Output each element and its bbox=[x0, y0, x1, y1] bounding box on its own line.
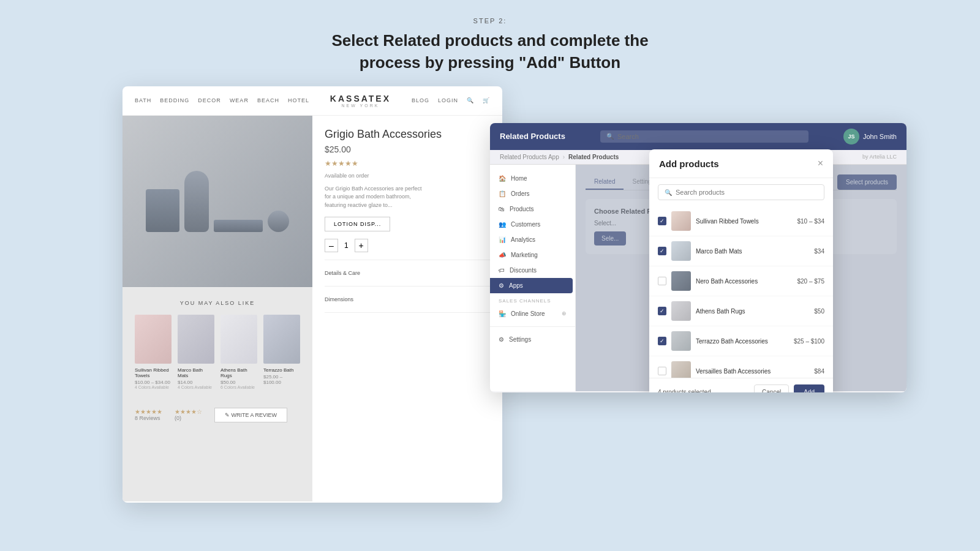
sidebar-item-orders[interactable]: 📋 Orders bbox=[490, 186, 575, 201]
sidebar-item-marketing[interactable]: 📣 Marketing bbox=[490, 247, 575, 263]
nav-bath[interactable]: BATH bbox=[135, 97, 151, 103]
product-name-terrazzo: Terrazzo Bath Accessories bbox=[696, 338, 783, 345]
selected-count: 4 products selected bbox=[658, 389, 711, 392]
cart-icon[interactable]: 🛒 bbox=[483, 97, 490, 103]
sidebar-item-settings[interactable]: ⚙ Settings bbox=[490, 332, 575, 347]
products-row: Sullivan Ribbed Towels $10.00 – $34.00 4… bbox=[135, 315, 300, 389]
nav-wear[interactable]: WEAR bbox=[230, 97, 249, 103]
sidebar-item-analytics[interactable]: 📊 Analytics bbox=[490, 232, 575, 247]
product-colors-2: 4 Colors Available bbox=[178, 385, 214, 389]
admin-user-name: John Smith bbox=[863, 133, 897, 140]
checkbox-4[interactable] bbox=[658, 307, 666, 315]
kassatex-bottom: YOU MAY ALSO LIKE Sullivan Ribbed Towels… bbox=[123, 287, 312, 402]
nav-hotel[interactable]: HOTEL bbox=[288, 97, 309, 103]
product-card-1: Sullivan Ribbed Towels $10.00 – $34.00 4… bbox=[135, 315, 172, 389]
qty-plus-button[interactable]: + bbox=[355, 239, 368, 252]
details-care-link[interactable]: Details & Care bbox=[325, 266, 490, 280]
qty-minus-button[interactable]: – bbox=[325, 239, 338, 252]
product-thumb-versailles bbox=[671, 361, 691, 378]
divider-1 bbox=[325, 260, 490, 260]
breadcrumb-app[interactable]: Related Products App bbox=[500, 154, 559, 160]
modal-product-item-4[interactable]: Athens Bath Rugs $50 bbox=[649, 296, 833, 326]
sidebar-item-discounts[interactable]: 🏷 Discounts bbox=[490, 263, 575, 278]
product-name-versailles: Versailles Bath Accessories bbox=[696, 368, 783, 375]
checkbox-6[interactable] bbox=[658, 367, 666, 375]
admin-search-input[interactable] bbox=[617, 133, 802, 140]
modal-header: Add products × bbox=[649, 149, 833, 178]
product-thumb-4 bbox=[263, 315, 300, 364]
modal-product-item-1[interactable]: Sullivan Ribbed Towels $10 – $34 bbox=[649, 206, 833, 236]
kassatex-nav-right: BLOG LOGIN 🔍 🛒 bbox=[412, 97, 490, 103]
sidebar-label-apps: Apps bbox=[509, 282, 523, 289]
modal-search-input[interactable] bbox=[676, 189, 818, 196]
cancel-button[interactable]: Cancel bbox=[754, 384, 789, 392]
modal-close-button[interactable]: × bbox=[818, 158, 823, 169]
nav-beach[interactable]: BEACH bbox=[257, 97, 279, 103]
product-name: Grigio Bath Accessories bbox=[325, 128, 490, 141]
nav-decor[interactable]: DECOR bbox=[198, 97, 221, 103]
checkbox-1[interactable] bbox=[658, 217, 666, 225]
modal-product-item-3[interactable]: Nero Bath Accessories $20 – $75 bbox=[649, 266, 833, 296]
product-name-3: Athens Bath Rugs bbox=[221, 367, 257, 378]
sidebar-item-home[interactable]: 🏠 Home bbox=[490, 171, 575, 186]
product-description: Our Grigio Bath Accessories are perfectf… bbox=[325, 185, 490, 210]
search-icon[interactable]: 🔍 bbox=[467, 97, 474, 103]
modal-product-item-5[interactable]: Terrazzo Bath Accessories $25 – $100 bbox=[649, 326, 833, 356]
nav-bedding[interactable]: BEDDING bbox=[160, 97, 189, 103]
product-name-1: Sullivan Ribbed Towels bbox=[135, 367, 172, 378]
add-button[interactable]: Add bbox=[794, 384, 824, 392]
product-thumb-2 bbox=[178, 315, 214, 364]
modal-search[interactable]: 🔍 bbox=[658, 184, 824, 200]
product-stars: ★★★★★ bbox=[325, 159, 490, 168]
by-label: by Artelia LLC bbox=[862, 154, 897, 160]
product-price-terrazzo: $25 – $100 bbox=[788, 338, 824, 345]
product-name-sullivan: Sullivan Ribbed Towels bbox=[696, 218, 783, 225]
product-available: Available on order bbox=[325, 173, 490, 179]
modal-product-item-2[interactable]: Marco Bath Mats $34 bbox=[649, 236, 833, 266]
modal-footer-actions: Cancel Add bbox=[754, 384, 824, 392]
admin-search-bar[interactable]: 🔍 bbox=[600, 130, 809, 143]
breadcrumb-current: Related Products bbox=[568, 154, 619, 160]
modal-product-item-6[interactable]: Versailles Bath Accessories $84 bbox=[649, 356, 833, 378]
sidebar-item-products[interactable]: 🛍 Products bbox=[490, 201, 575, 217]
kassatex-product-info: Grigio Bath Accessories $25.00 ★★★★★ Ava… bbox=[312, 116, 502, 501]
product-price-2: $14.00 bbox=[178, 380, 214, 385]
product-price: $25.00 bbox=[325, 144, 490, 154]
modal-overlay[interactable]: Add products × 🔍 bbox=[576, 165, 907, 391]
sidebar-label-orders: Orders bbox=[511, 190, 530, 197]
dimensions-link[interactable]: Dimensions bbox=[325, 293, 490, 306]
admin-avatar: JS bbox=[843, 129, 859, 144]
bath-item-sphere bbox=[268, 211, 289, 232]
sidebar-label-marketing: Marketing bbox=[511, 252, 538, 258]
home-icon: 🏠 bbox=[499, 175, 506, 182]
products-icon: 🛍 bbox=[499, 206, 505, 212]
checkbox-2[interactable] bbox=[658, 247, 666, 255]
sidebar-item-apps[interactable]: ⚙ Apps bbox=[490, 278, 573, 293]
bath-items-display bbox=[134, 159, 301, 244]
product-card-2: Marco Bath Mats $14.00 4 Colors Availabl… bbox=[178, 315, 214, 389]
product-colors-1: 4 Colors Available bbox=[135, 385, 172, 389]
sidebar-item-online-store[interactable]: 🏪 Online Store ⊕ bbox=[490, 306, 575, 321]
product-thumb-terrazzo bbox=[671, 331, 691, 351]
kassatex-body: YOU MAY ALSO LIKE Sullivan Ribbed Towels… bbox=[123, 116, 502, 501]
sidebar-label-online-store: Online Store bbox=[511, 310, 545, 317]
product-card-3: Athens Bath Rugs $50.00 6 Colors Availab… bbox=[221, 315, 257, 389]
instruction-area: STEP 2: Select Related products and comp… bbox=[0, 0, 980, 74]
checkbox-3[interactable] bbox=[658, 277, 666, 285]
nav-blog[interactable]: BLOG bbox=[412, 97, 429, 103]
also-like-title: YOU MAY ALSO LIKE bbox=[135, 300, 300, 306]
lotion-disp-button[interactable]: LOTION DISP... bbox=[325, 217, 390, 231]
main-content: BATH BEDDING DECOR WEAR BEACH HOTEL KASS… bbox=[123, 86, 858, 527]
marketing-icon: 📣 bbox=[499, 252, 506, 258]
sidebar-label-discounts: Discounts bbox=[510, 267, 537, 274]
admin-mockup: Related Products 🔍 JS John Smith Related… bbox=[490, 123, 907, 392]
product-name-4: Terrazzo Bath bbox=[263, 367, 300, 373]
product-name-athens: Athens Bath Rugs bbox=[696, 308, 783, 315]
product-price-sullivan: $10 – $34 bbox=[788, 218, 824, 225]
bath-item-tray bbox=[214, 220, 263, 232]
write-review-button[interactable]: ✎ WRITE A REVIEW bbox=[214, 408, 287, 422]
sidebar-item-customers[interactable]: 👥 Customers bbox=[490, 217, 575, 232]
checkbox-5[interactable] bbox=[658, 337, 666, 345]
nav-login[interactable]: LOGIN bbox=[438, 97, 458, 103]
admin-user: JS John Smith bbox=[843, 129, 897, 144]
